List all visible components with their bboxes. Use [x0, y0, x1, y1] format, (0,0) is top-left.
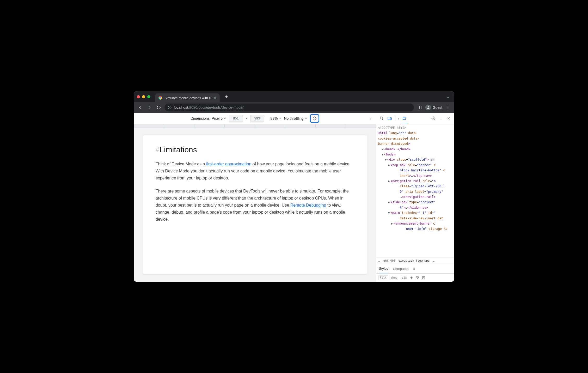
- computed-tab[interactable]: Computed: [393, 267, 408, 271]
- back-button[interactable]: [136, 104, 144, 111]
- svg-point-20: [441, 118, 441, 118]
- window-controls: [137, 95, 150, 98]
- throttling-label: No throttling: [284, 116, 303, 121]
- browser-window: Simulate mobile devices with D ✕ + ⌄ loc…: [134, 91, 454, 282]
- devtools-pane: › <!DOCTYPE html> <html lang="en" data-c…: [376, 113, 454, 282]
- svg-point-9: [448, 107, 449, 108]
- width-input[interactable]: 851: [229, 115, 243, 122]
- scaffold-line[interactable]: ▼<div class="scaffold">gr: [378, 157, 453, 162]
- sidenav-line[interactable]: ▶<side-nav type="project"t">…</side-nav>: [378, 200, 453, 210]
- chevron-down-icon: ▼: [224, 117, 226, 120]
- svg-point-14: [371, 119, 371, 120]
- head-line[interactable]: ▶<head>…</head>: [378, 147, 453, 152]
- height-input[interactable]: 393: [250, 115, 264, 122]
- address-bar: localhost:8080/docs/devtools/device-mode…: [134, 102, 454, 113]
- reader-mode-icon[interactable]: [416, 104, 423, 111]
- svg-point-8: [448, 106, 449, 107]
- fullscreen-window-button[interactable]: [147, 95, 150, 98]
- chevron-down-icon: ▼: [305, 117, 307, 120]
- svg-point-1: [160, 97, 161, 99]
- reload-button[interactable]: [155, 104, 162, 111]
- chrome-favicon-icon: [158, 96, 162, 100]
- close-window-button[interactable]: [137, 95, 140, 98]
- styles-filter-input[interactable]: Filt: [378, 275, 388, 280]
- more-tabs-icon[interactable]: »: [413, 267, 415, 271]
- content-area: Dimensions: Pixel 5 ▼ 851 × 393 83% ▼ No…: [134, 113, 454, 282]
- svg-rect-17: [390, 118, 391, 120]
- cls-toggle[interactable]: .cls: [400, 276, 407, 279]
- breadcrumb-trunc-right: …: [433, 259, 434, 262]
- minimize-window-button[interactable]: [142, 95, 145, 98]
- tabs-menu-icon[interactable]: ⌄: [446, 95, 450, 99]
- body-line[interactable]: ▼<body>: [378, 152, 453, 157]
- forward-button[interactable]: [146, 104, 153, 111]
- svg-point-7: [427, 106, 429, 107]
- site-info-icon[interactable]: [168, 105, 172, 110]
- throttling-dropdown[interactable]: No throttling ▼: [284, 116, 307, 121]
- styles-paint-icon[interactable]: [416, 276, 419, 280]
- tab-bar: Simulate mobile devices with D ✕ + ⌄: [134, 91, 454, 102]
- devtools-settings-icon[interactable]: [430, 115, 437, 122]
- styles-tabs: Styles Computed »: [376, 264, 454, 273]
- rotate-button[interactable]: [310, 114, 319, 123]
- panel-nav-prev-icon[interactable]: ›: [398, 116, 399, 121]
- new-style-rule-icon[interactable]: [410, 276, 413, 279]
- svg-rect-11: [313, 116, 316, 120]
- zoom-dropdown[interactable]: 83% ▼: [271, 116, 281, 121]
- times-symbol: ×: [246, 116, 248, 120]
- svg-point-21: [441, 119, 441, 119]
- viewport: #Limitations Think of Device Mode as a f…: [134, 128, 376, 282]
- remote-debugging-link[interactable]: Remote Debugging: [290, 203, 326, 207]
- navrail-line[interactable]: ▶<navigation-rail role="nclass="lg:pad-l…: [378, 178, 453, 200]
- avatar-icon: [425, 105, 431, 110]
- inspect-element-icon[interactable]: [378, 115, 385, 122]
- paragraph-2: There are some aspects of mobile devices…: [156, 188, 354, 223]
- svg-rect-16: [388, 117, 390, 120]
- svg-point-18: [433, 118, 434, 119]
- devtools-toolbar: ›: [376, 113, 454, 124]
- profile-chip[interactable]: Guest: [425, 105, 442, 110]
- styles-tab[interactable]: Styles: [379, 264, 388, 274]
- breadcrumb-trunc-left: …: [378, 259, 380, 262]
- main-line[interactable]: ▼<main tabindex="-1" id="data-side-nav-i…: [378, 210, 453, 221]
- url-text: localhost:8080/docs/devtools/device-mode…: [174, 105, 244, 110]
- browser-tab[interactable]: Simulate mobile devices with D ✕: [155, 93, 220, 102]
- breadcrumb-seg-1[interactable]: ght-400: [383, 259, 395, 262]
- first-order-link[interactable]: first-order approximation: [206, 162, 251, 166]
- dom-breadcrumbs[interactable]: … ght-400 div.stack.flow-spa …: [376, 257, 454, 264]
- profile-label: Guest: [433, 105, 442, 110]
- page-pane: Dimensions: Pixel 5 ▼ 851 × 393 83% ▼ No…: [134, 113, 376, 282]
- doctype-line: <!DOCTYPE html>: [378, 125, 453, 130]
- dimensions-dropdown[interactable]: Dimensions: Pixel 5 ▼: [191, 116, 226, 121]
- anchor-hash-icon[interactable]: #: [156, 146, 159, 153]
- breakpoint-ruler[interactable]: [134, 124, 376, 128]
- svg-rect-23: [417, 279, 418, 279]
- svg-point-19: [441, 117, 441, 117]
- paragraph-1: Think of Device Mode as a first-order ap…: [156, 160, 354, 182]
- html-open-line: <html lang="en" data-cookies-accepted da…: [378, 130, 453, 146]
- topnav-line[interactable]: ▶<top-nav role="banner" cblock hairline-…: [378, 163, 453, 178]
- tab-title: Simulate mobile devices with D: [164, 96, 211, 100]
- announce-line[interactable]: ▶<announcement-banner cnner--info" stora…: [378, 221, 453, 232]
- elements-tab[interactable]: [401, 113, 408, 124]
- page-content: #Limitations Think of Device Mode as a f…: [143, 135, 367, 274]
- svg-rect-24: [422, 276, 425, 279]
- close-tab-icon[interactable]: ✕: [213, 96, 217, 100]
- chevron-down-icon: ▼: [279, 117, 281, 120]
- devtools-menu-icon[interactable]: [438, 115, 444, 122]
- close-devtools-icon[interactable]: [445, 115, 452, 122]
- styles-filter-row: Filt :hov .cls: [376, 273, 454, 282]
- svg-point-12: [371, 117, 371, 117]
- hov-toggle[interactable]: :hov: [391, 276, 398, 279]
- dom-tree[interactable]: <!DOCTYPE html> <html lang="en" data-coo…: [376, 124, 454, 257]
- svg-point-13: [371, 118, 371, 118]
- chrome-menu-icon[interactable]: [444, 104, 452, 111]
- new-tab-button[interactable]: +: [223, 93, 230, 100]
- toggle-device-icon[interactable]: [386, 115, 393, 122]
- dimensions-label: Dimensions: Pixel 5: [191, 116, 223, 121]
- toggle-sidebar-icon[interactable]: [422, 276, 426, 280]
- device-toolbar: Dimensions: Pixel 5 ▼ 851 × 393 83% ▼ No…: [134, 113, 376, 124]
- device-toolbar-menu-icon[interactable]: [369, 116, 373, 121]
- breadcrumb-seg-2[interactable]: div.stack.flow-spa: [399, 259, 430, 262]
- url-field[interactable]: localhost:8080/docs/devtools/device-mode…: [164, 104, 414, 111]
